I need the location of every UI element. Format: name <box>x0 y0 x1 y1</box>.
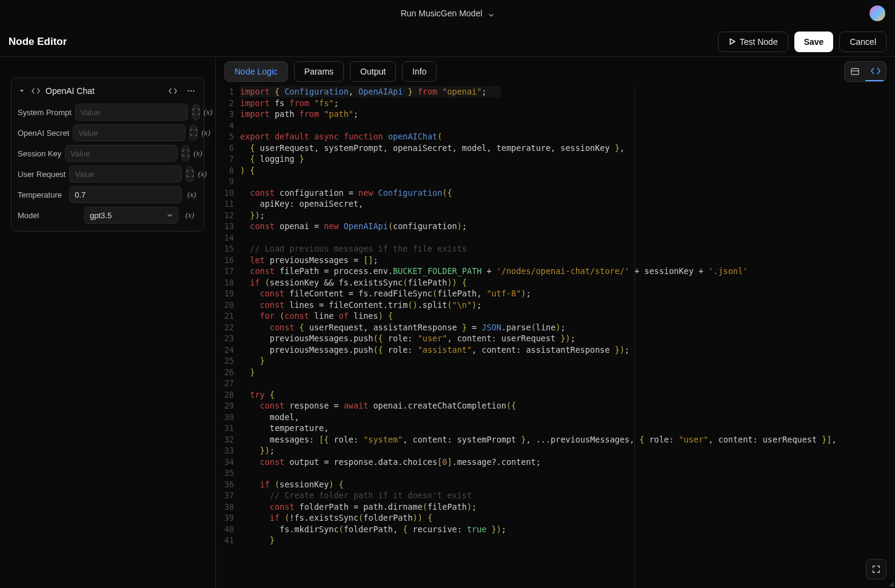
line-number: 13 <box>216 221 240 232</box>
save-button[interactable]: Save <box>794 32 834 52</box>
code-line[interactable]: 2import fs from "fs"; <box>216 98 895 109</box>
code-line[interactable]: 35 <box>216 467 895 479</box>
code-line[interactable]: 10 const configuration = new Configurati… <box>216 187 895 199</box>
breadcrumb[interactable]: Run MusicGen Model <box>401 8 495 18</box>
line-number: 14 <box>216 232 240 244</box>
variable-icon[interactable]: (x) <box>193 145 202 161</box>
line-number: 34 <box>216 456 240 468</box>
code-view-button[interactable] <box>865 62 886 81</box>
variable-icon[interactable]: (x) <box>204 104 212 120</box>
code-line[interactable]: 16 let previousMessages = []; <box>216 255 895 266</box>
variable-icon[interactable]: (x) <box>186 187 198 202</box>
variable-icon[interactable]: (x) <box>201 125 210 141</box>
variable-icon[interactable]: (x) <box>182 207 198 223</box>
code-line[interactable]: 34 const output = response.data.choices[… <box>216 456 895 468</box>
node-panel: OpenAI Chat System Prompt ⛶ (x) OpenAI S… <box>11 78 204 232</box>
code-line[interactable]: 33 }); <box>216 445 895 456</box>
more-icon[interactable] <box>184 84 198 98</box>
code-line[interactable]: 22 const { userRequest, assistantRespons… <box>216 322 895 333</box>
code-line[interactable]: 21 for (const line of lines) { <box>216 310 895 322</box>
code-content: for (const line of lines) { <box>240 310 407 322</box>
expand-icon[interactable]: ⛶ <box>192 104 200 120</box>
code-content: } <box>240 367 269 378</box>
fullscreen-button[interactable] <box>866 559 887 580</box>
tab-output[interactable]: Output <box>350 61 396 82</box>
code-line[interactable]: 12 }); <box>216 210 895 221</box>
code-line[interactable]: 37 // Create folder path if it doesn't e… <box>216 490 895 501</box>
user-request-input[interactable] <box>69 165 182 182</box>
tab-info[interactable]: Info <box>402 61 437 82</box>
code-line[interactable]: 25 } <box>216 355 895 367</box>
code-line[interactable]: 9 <box>216 176 895 187</box>
line-number: 27 <box>216 378 240 389</box>
code-content: if (!fs.existsSync(folderPath)) { <box>240 512 447 524</box>
code-line[interactable]: 4 <box>216 120 895 132</box>
view-toggle <box>844 61 887 82</box>
expand-icon[interactable]: ⛶ <box>186 166 194 182</box>
svg-rect-3 <box>851 68 859 75</box>
code-line[interactable]: 39 if (!fs.existsSync(folderPath)) { <box>216 512 895 524</box>
code-content: previousMessages.push({ role: "assistant… <box>240 344 644 356</box>
temperature-input[interactable] <box>69 186 182 203</box>
code-content <box>240 120 255 132</box>
code-line[interactable]: 27 <box>216 378 895 389</box>
model-select[interactable]: gpt3.5 <box>84 207 178 224</box>
code-line[interactable]: 13 const openai = new OpenAIApi(configur… <box>216 221 895 232</box>
variable-icon[interactable]: (x) <box>198 166 206 182</box>
openai-secret-input[interactable] <box>73 124 186 141</box>
code-line[interactable]: 6 { userRequest, systemPrompt, openaiSec… <box>216 142 895 154</box>
code-line[interactable]: 20 const lines = fileContent.trim().spli… <box>216 299 895 311</box>
code-line[interactable]: 17 const filePath = process.env.BUCKET_F… <box>216 266 895 277</box>
line-number: 32 <box>216 434 240 446</box>
code-line[interactable]: 38 const folderPath = path.dirname(fileP… <box>216 501 895 513</box>
code-view-icon[interactable] <box>166 84 179 98</box>
line-number: 38 <box>216 501 240 513</box>
code-line[interactable]: 23 previousMessages.push({ role: "user",… <box>216 333 895 344</box>
code-line[interactable]: 29 const response = await openai.createC… <box>216 400 895 412</box>
code-line[interactable]: 19 const fileContent = fs.readFileSync(f… <box>216 288 895 299</box>
line-number: 15 <box>216 243 240 255</box>
code-line[interactable]: 26 } <box>216 367 895 378</box>
tab-params[interactable]: Params <box>294 61 344 82</box>
system-prompt-input[interactable] <box>75 104 188 121</box>
code-line[interactable]: 11 apiKey: openaiSecret, <box>216 198 895 210</box>
code-line[interactable]: 30 model, <box>216 412 895 423</box>
code-content: const output = response.data.choices[0].… <box>240 456 555 468</box>
code-line[interactable]: 3import path from "path"; <box>216 109 895 120</box>
layout-view-button[interactable] <box>845 62 865 81</box>
code-content: }); <box>240 445 289 456</box>
session-key-input[interactable] <box>65 145 178 162</box>
line-number: 36 <box>216 479 240 490</box>
code-editor[interactable]: 1import { Configuration, OpenAIApi } fro… <box>216 86 895 588</box>
code-line[interactable]: 7 { logging } <box>216 153 895 165</box>
expand-icon[interactable]: ⛶ <box>181 145 190 161</box>
code-line[interactable]: 1import { Configuration, OpenAIApi } fro… <box>216 86 895 98</box>
code-line[interactable]: 15 // Load previous messages if the file… <box>216 243 895 255</box>
code-line[interactable]: 32 messages: [{ role: "system", content:… <box>216 434 895 446</box>
code-line[interactable]: 40 fs.mkdirSync(folderPath, { recursive:… <box>216 524 895 535</box>
code-line[interactable]: 14 <box>216 232 895 244</box>
code-line[interactable]: 31 temperature, <box>216 423 895 434</box>
code-content: const filePath = process.env.BUCKET_FOLD… <box>240 266 762 277</box>
collapse-toggle[interactable] <box>18 87 26 95</box>
code-content: let previousMessages = []; <box>240 255 393 266</box>
code-content <box>240 176 255 187</box>
panel-title: OpenAI Chat <box>45 86 161 96</box>
expand-icon[interactable]: ⛶ <box>189 125 198 141</box>
code-line[interactable]: 8) { <box>216 165 895 176</box>
code-content: }); <box>240 210 280 221</box>
svg-point-0 <box>187 90 189 92</box>
code-line[interactable]: 24 previousMessages.push({ role: "assist… <box>216 344 895 356</box>
cancel-button[interactable]: Cancel <box>839 32 887 52</box>
code-line[interactable]: 36 if (sessionKey) { <box>216 479 895 490</box>
avatar[interactable] <box>870 5 885 21</box>
code-line[interactable]: 5export default async function openAICha… <box>216 131 895 142</box>
code-line[interactable]: 41 } <box>216 535 895 546</box>
model-value: gpt3.5 <box>90 211 112 220</box>
test-node-button[interactable]: Test Node <box>718 32 788 52</box>
code-content: import path from "path"; <box>240 109 373 120</box>
code-line[interactable]: 28 try { <box>216 389 895 401</box>
code-line[interactable]: 18 if (sessionKey && fs.existsSync(fileP… <box>216 277 895 289</box>
tab-node-logic[interactable]: Node Logic <box>224 61 288 82</box>
line-number: 12 <box>216 210 240 221</box>
